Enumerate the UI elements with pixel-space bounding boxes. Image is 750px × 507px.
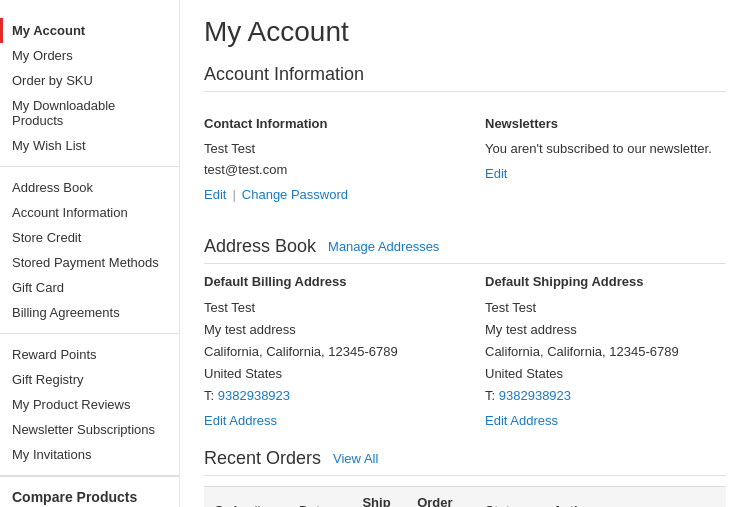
page-title: My Account xyxy=(204,16,726,48)
col-ship-to: Ship To xyxy=(352,487,407,507)
newsletters-block: Newsletters You aren't subscribed to our… xyxy=(485,116,726,202)
billing-name: Test Test xyxy=(204,297,445,319)
billing-phone: T: 9382938923 xyxy=(204,385,445,407)
newsletters-text: You aren't subscribed to our newsletter. xyxy=(485,139,726,160)
sidebar-item-invitations[interactable]: My Invitations xyxy=(0,442,179,467)
address-book-header: Address Book Manage Addresses xyxy=(204,236,726,264)
billing-country: United States xyxy=(204,363,445,385)
account-info-grid: Contact Information Test Test test@test.… xyxy=(204,102,726,216)
sidebar-item-downloadable-products[interactable]: My Downloadable Products xyxy=(0,93,179,133)
sidebar-item-order-by-sku[interactable]: Order by SKU xyxy=(0,68,179,93)
shipping-address-block: Default Shipping Address Test Test My te… xyxy=(485,274,726,428)
sidebar-item-billing-agreements[interactable]: Billing Agreements xyxy=(0,300,179,325)
shipping-country: United States xyxy=(485,363,726,385)
compare-products-section: Compare Products You have no items to co… xyxy=(0,476,179,507)
contact-info-title: Contact Information xyxy=(204,116,445,131)
shipping-address: My test address xyxy=(485,319,726,341)
shipping-address-title: Default Shipping Address xyxy=(485,274,726,289)
billing-address-title: Default Billing Address xyxy=(204,274,445,289)
billing-edit-address-link[interactable]: Edit Address xyxy=(204,413,277,428)
billing-address-actions: Edit Address xyxy=(204,413,445,428)
col-order-total: Order Total xyxy=(407,487,475,507)
shipping-name: Test Test xyxy=(485,297,726,319)
col-date: Date xyxy=(289,487,352,507)
newsletters-actions: Edit xyxy=(485,166,726,181)
sidebar-item-product-reviews[interactable]: My Product Reviews xyxy=(0,392,179,417)
sidebar-item-store-credit[interactable]: Store Credit xyxy=(0,225,179,250)
billing-address-block: Default Billing Address Test Test My tes… xyxy=(204,274,445,428)
billing-phone-prefix: T: xyxy=(204,388,214,403)
shipping-edit-address-link[interactable]: Edit Address xyxy=(485,413,558,428)
sidebar: My Account My Orders Order by SKU My Dow… xyxy=(0,0,180,507)
newsletters-title: Newsletters xyxy=(485,116,726,131)
sidebar-item-reward-points[interactable]: Reward Points xyxy=(0,342,179,367)
account-info-section-title: Account Information xyxy=(204,64,726,92)
contact-info-block: Contact Information Test Test test@test.… xyxy=(204,116,445,202)
main-content: My Account Account Information Contact I… xyxy=(180,0,750,507)
recent-orders-header: Recent Orders View All xyxy=(204,448,726,476)
contact-name: Test Test xyxy=(204,139,445,160)
manage-addresses-link[interactable]: Manage Addresses xyxy=(328,239,439,254)
account-information-section: Account Information Contact Information … xyxy=(204,64,726,216)
recent-orders-section: Recent Orders View All Order # Date Ship… xyxy=(204,448,726,507)
col-status: Status xyxy=(475,487,543,507)
table-header-row: Order # Date Ship To Order Total Status … xyxy=(204,487,726,507)
shipping-address-actions: Edit Address xyxy=(485,413,726,428)
sidebar-section-info: Address Book Account Information Store C… xyxy=(0,167,179,334)
contact-actions: Edit | Change Password xyxy=(204,187,445,202)
newsletters-edit-link[interactable]: Edit xyxy=(485,166,507,181)
sidebar-section-account: My Account My Orders Order by SKU My Dow… xyxy=(0,10,179,167)
shipping-city-state: California, California, 12345-6789 xyxy=(485,341,726,363)
sidebar-item-my-orders[interactable]: My Orders xyxy=(0,43,179,68)
billing-phone-link[interactable]: 9382938923 xyxy=(218,388,290,403)
sidebar-item-wish-list[interactable]: My Wish List xyxy=(0,133,179,158)
col-action: Action xyxy=(543,487,726,507)
shipping-phone-link[interactable]: 9382938923 xyxy=(499,388,571,403)
sidebar-item-gift-card[interactable]: Gift Card xyxy=(0,275,179,300)
sidebar-item-account-information[interactable]: Account Information xyxy=(0,200,179,225)
action-divider: | xyxy=(232,187,235,202)
sidebar-item-newsletter-subscriptions[interactable]: Newsletter Subscriptions xyxy=(0,417,179,442)
orders-table: Order # Date Ship To Order Total Status … xyxy=(204,486,726,507)
billing-city-state: California, California, 12345-6789 xyxy=(204,341,445,363)
contact-email: test@test.com xyxy=(204,160,445,181)
sidebar-item-stored-payment[interactable]: Stored Payment Methods xyxy=(0,250,179,275)
shipping-phone-prefix: T: xyxy=(485,388,495,403)
billing-address: My test address xyxy=(204,319,445,341)
change-password-link[interactable]: Change Password xyxy=(242,187,348,202)
sidebar-item-address-book[interactable]: Address Book xyxy=(0,175,179,200)
sidebar-item-gift-registry[interactable]: Gift Registry xyxy=(0,367,179,392)
recent-orders-title: Recent Orders xyxy=(204,448,321,469)
sidebar-item-my-account[interactable]: My Account xyxy=(0,18,179,43)
shipping-phone: T: 9382938923 xyxy=(485,385,726,407)
address-grid: Default Billing Address Test Test My tes… xyxy=(204,274,726,428)
address-book-section-title: Address Book xyxy=(204,236,316,257)
view-all-orders-link[interactable]: View All xyxy=(333,451,378,466)
sidebar-section-extras: Reward Points Gift Registry My Product R… xyxy=(0,334,179,476)
col-order-num: Order # xyxy=(204,487,289,507)
address-book-section: Address Book Manage Addresses Default Bi… xyxy=(204,236,726,428)
contact-edit-link[interactable]: Edit xyxy=(204,187,226,202)
compare-products-title: Compare Products xyxy=(12,489,167,505)
